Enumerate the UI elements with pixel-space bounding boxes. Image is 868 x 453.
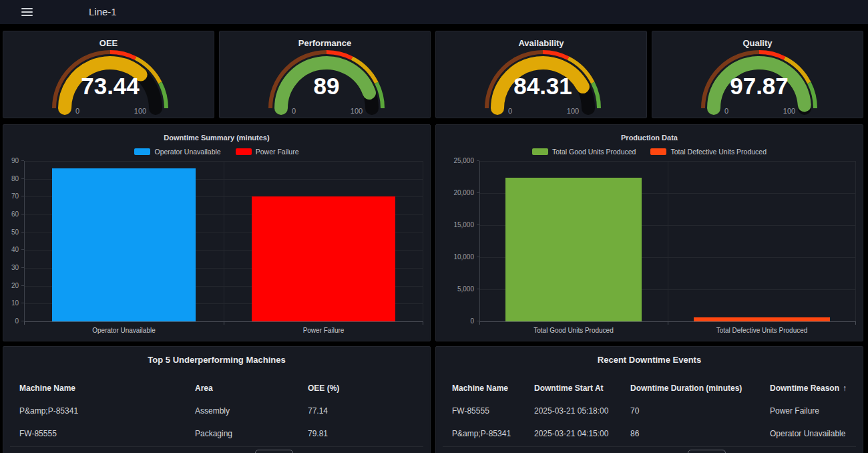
table-cell: 79.81 (308, 429, 414, 438)
x-axis-label: Power Failure (224, 327, 423, 334)
table-row: P&amp;P-85341Assembly77.14 (19, 400, 414, 422)
svg-text:0: 0 (292, 107, 296, 115)
column-header[interactable]: Downtime Start At (534, 384, 630, 393)
plot-right-border (855, 161, 856, 321)
table-cell: 2025-03-21 05:18:00 (534, 406, 630, 416)
x-axis-tick (224, 321, 224, 325)
y-axis-label: 20 (11, 282, 19, 290)
svg-text:100: 100 (567, 107, 579, 115)
column-header[interactable]: Area (195, 384, 308, 393)
table-cell: FW-85555 (19, 429, 195, 438)
category-split-line (668, 161, 668, 321)
production-bar-chart: 05,00010,00015,00020,00025,000Total Good… (479, 161, 856, 322)
x-axis-tick (668, 321, 668, 325)
table-cell: 86 (630, 429, 770, 438)
svg-text:100: 100 (134, 107, 146, 115)
underperforming-machines-table: Machine NameAreaOEE (%)P&amp;P-85341Asse… (3, 377, 430, 445)
y-axis-label: 25,000 (453, 157, 474, 165)
column-header[interactable]: Downtime Duration (minutes) (630, 384, 770, 393)
plot-right-border (423, 161, 423, 321)
table-cell: 77.14 (308, 406, 414, 416)
table-row: P&amp;P-853412025-03-21 04:15:0086Operat… (452, 422, 847, 445)
table-divider (443, 446, 856, 447)
y-axis-label: 40 (11, 246, 19, 254)
y-axis-label: 80 (11, 175, 19, 183)
y-axis-label: 10 (11, 299, 19, 307)
y-axis-label: 90 (11, 157, 19, 165)
svg-text:84.31: 84.31 (513, 73, 572, 99)
y-axis-label: 0 (15, 317, 19, 325)
x-axis-tick (479, 321, 480, 325)
legend-item[interactable]: Total Defective Units Produced (650, 148, 767, 156)
chart-title: Production Data (436, 134, 863, 143)
column-header[interactable]: OEE (%) (308, 384, 414, 393)
column-header[interactable]: Machine Name (452, 384, 534, 393)
panel-recent-downtime-events: Recent Downtime Events Machine NameDownt… (435, 346, 863, 453)
legend-label: Total Good Units Produced (552, 148, 636, 156)
table-header-row: Machine NameDowntime Start AtDowntime Du… (452, 377, 847, 400)
pagination-button[interactable] (688, 450, 726, 453)
table-cell: Packaging (195, 429, 308, 438)
legend-swatch (532, 148, 548, 155)
table-cell: P&amp;P-85341 (19, 406, 195, 416)
availability-gauge: 84.310100 (436, 51, 650, 118)
y-axis-line (24, 161, 25, 321)
svg-text:0: 0 (508, 107, 512, 115)
dashboard-title: Line-1 (89, 0, 117, 24)
column-header[interactable]: Machine Name (19, 384, 195, 393)
panel-oee: OEE 73.440100 (3, 31, 214, 118)
table-cell: 2025-03-21 04:15:00 (534, 429, 630, 438)
svg-text:89: 89 (314, 73, 340, 99)
y-axis-label: 50 (11, 229, 19, 237)
table-cell: Power Failure (770, 406, 847, 416)
table-title: Top 5 Underperforming Machines (3, 347, 430, 365)
table-row: FW-85555Packaging79.81 (19, 422, 414, 445)
hamburger-menu-icon[interactable] (19, 5, 36, 19)
gauge-title: Performance (220, 38, 430, 49)
panel-top5-underperforming-machines: Top 5 Underperforming Machines Machine N… (3, 346, 431, 453)
legend-item[interactable]: Power Failure (236, 148, 299, 156)
chart-legend: Operator UnavailablePower Failure (3, 148, 430, 156)
oee-gauge: 73.440100 (3, 51, 217, 118)
table-header-row: Machine NameAreaOEE (%) (19, 377, 414, 400)
top-navbar: Line-1 (0, 0, 868, 24)
chart-title: Downtime Summary (minutes) (3, 134, 430, 143)
y-axis-label: 20,000 (453, 189, 474, 197)
y-axis-label: 30 (11, 264, 19, 272)
gauge-title: Availability (436, 38, 646, 49)
gauge-title: Quality (652, 38, 863, 49)
bar-total-defective-units-produced (694, 317, 829, 321)
svg-text:73.44: 73.44 (81, 73, 140, 99)
dashboard: Line-1 OEE 73.440100 Performance 890100 … (0, 0, 868, 453)
table-title: Recent Downtime Events (436, 347, 863, 365)
table-cell: Assembly (195, 406, 308, 416)
y-axis-label: 0 (470, 317, 474, 325)
x-axis-label: Total Defective Units Produced (668, 327, 856, 334)
bar-operator-unavailable (52, 168, 196, 321)
downtime-events-table: Machine NameDowntime Start AtDowntime Du… (436, 377, 863, 445)
svg-text:0: 0 (75, 107, 79, 115)
legend-swatch (236, 148, 252, 155)
gauge-title: OEE (3, 38, 214, 49)
downtime-bar-chart: 0102030405060708090Operator UnavailableP… (24, 161, 423, 322)
pagination-button[interactable] (255, 450, 293, 453)
panel-production-data: Production Data Total Good Units Produce… (435, 124, 863, 341)
x-axis-label: Total Good Units Produced (479, 327, 668, 334)
y-axis-label: 5,000 (457, 285, 474, 293)
category-split-line (224, 161, 224, 321)
table-cell: Operator Unavailable (770, 429, 847, 438)
x-axis-tick (24, 321, 25, 325)
y-axis-label: 70 (11, 192, 19, 200)
column-header[interactable]: Downtime Reason↑ (770, 384, 847, 393)
x-axis-label: Operator Unavailable (24, 327, 224, 334)
panel-downtime-summary: Downtime Summary (minutes) Operator Unav… (3, 124, 431, 341)
x-axis-tick (423, 321, 423, 325)
legend-swatch (134, 148, 150, 155)
table-cell: FW-85555 (452, 406, 534, 416)
legend-item[interactable]: Operator Unavailable (134, 148, 220, 156)
legend-item[interactable]: Total Good Units Produced (532, 148, 636, 156)
sort-ascending-icon: ↑ (843, 384, 847, 393)
panel-performance: Performance 890100 (219, 31, 431, 118)
legend-label: Operator Unavailable (154, 148, 220, 156)
bar-power-failure (252, 196, 395, 321)
